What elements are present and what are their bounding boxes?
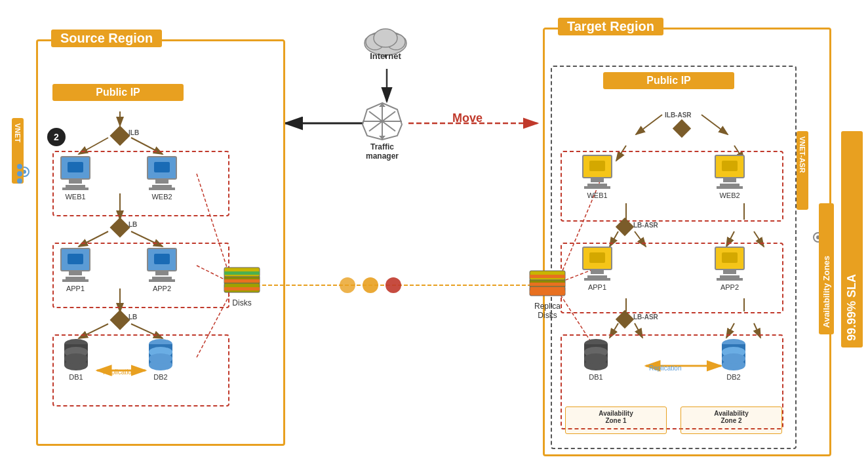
- target-db1: DB1: [582, 338, 610, 381]
- move-label: Move: [452, 111, 483, 125]
- web2-screen-source: [147, 156, 177, 180]
- source-db2: DB2: [147, 338, 174, 381]
- svg-point-104: [722, 353, 745, 364]
- source-db1: DB1: [62, 338, 90, 381]
- lb-asr1-label: LB-ASR: [633, 222, 658, 229]
- web2-screen-target: [715, 155, 745, 178]
- svg-rect-108: [530, 275, 565, 278]
- target-db2: DB2: [720, 338, 747, 381]
- avail-zone2-label: Availability Zone 2: [684, 410, 778, 424]
- svg-point-67: [149, 353, 172, 364]
- web2-label-target: WEB2: [719, 191, 740, 199]
- vnet-asr-label: VNET-ASR: [797, 131, 808, 210]
- db1-label-source: DB1: [69, 373, 83, 381]
- lb-asr2-label: LB-ASR: [633, 313, 658, 321]
- svg-rect-89: [722, 161, 738, 171]
- internet-cloud: Internet: [359, 18, 412, 61]
- source-app1-vm: APP1: [60, 248, 90, 292]
- app2-screen-source: [147, 248, 177, 271]
- db2-label-source: DB2: [153, 373, 167, 381]
- web1-screen-source: [60, 156, 90, 180]
- replica-disks-label: Replica Disks: [534, 302, 561, 320]
- app1-screen-source: [60, 248, 90, 271]
- db1-label-target: DB1: [589, 373, 602, 381]
- svg-point-77: [374, 29, 397, 47]
- svg-rect-110: [530, 290, 565, 294]
- target-region-label: Target Region: [558, 18, 663, 35]
- svg-point-48: [363, 277, 378, 293]
- diagram: Source Region VNET Public IP 2 ILB WEB1 …: [0, 0, 868, 476]
- app1-label-source: APP1: [66, 285, 85, 292]
- svg-point-99: [584, 353, 608, 364]
- target-public-ip: Public IP: [603, 72, 734, 89]
- svg-rect-73: [224, 287, 260, 290]
- svg-rect-56: [154, 254, 170, 264]
- target-app2-vm: APP2: [715, 247, 745, 291]
- target-app1-vm: APP1: [582, 247, 612, 291]
- svg-rect-92: [593, 263, 601, 265]
- source-app2-vm: APP2: [147, 248, 177, 292]
- svg-rect-109: [530, 283, 565, 286]
- svg-rect-71: [224, 271, 260, 275]
- target-web1-vm: WEB1: [582, 155, 612, 199]
- source-web1-vm: WEB1: [60, 156, 90, 201]
- svg-rect-50: [68, 162, 83, 172]
- number-badge: 2: [47, 128, 66, 146]
- ilb-asr-label: ILB-ASR: [665, 111, 692, 119]
- web1-label-target: WEB1: [587, 191, 607, 199]
- svg-rect-94: [726, 263, 734, 265]
- disks-label-source: Disks: [232, 298, 251, 307]
- source-region-label: Source Region: [51, 30, 162, 47]
- app1-label-target: APP1: [588, 283, 606, 291]
- replication-label-source: Replication: [103, 368, 135, 376]
- avail-zone1-label: Availability Zone 1: [569, 410, 663, 424]
- svg-rect-93: [722, 252, 738, 263]
- replication-label-target: Replication: [649, 365, 681, 372]
- svg-rect-51: [71, 172, 79, 174]
- app2-label-target: APP2: [720, 283, 739, 291]
- traffic-manager: Traffic manager: [359, 102, 405, 161]
- disks-source: Disks: [223, 256, 261, 307]
- internet-label: Internet: [370, 51, 401, 61]
- source-web2-vm: WEB2: [147, 156, 177, 201]
- svg-rect-55: [71, 264, 79, 266]
- sla-label: 99.99% SLA: [841, 131, 863, 347]
- svg-rect-88: [593, 171, 601, 173]
- target-web2-vm: WEB2: [715, 155, 745, 199]
- svg-rect-87: [589, 161, 605, 171]
- vnet-connector-source: [17, 164, 22, 184]
- web1-screen-target: [582, 155, 612, 178]
- svg-rect-53: [158, 172, 166, 174]
- app2-screen-target: [715, 247, 745, 270]
- lb2-label-source: LB: [128, 313, 137, 321]
- svg-rect-57: [158, 264, 166, 266]
- db2-label-target: DB2: [726, 373, 740, 381]
- svg-rect-54: [68, 254, 83, 264]
- app1-screen-target: [582, 247, 612, 270]
- lb1-label-source: LB: [128, 221, 137, 228]
- svg-rect-72: [224, 279, 260, 283]
- svg-rect-91: [589, 252, 605, 263]
- web2-label-source: WEB2: [151, 193, 172, 201]
- source-public-ip: Public IP: [52, 84, 184, 101]
- web1-label-source: WEB1: [65, 193, 85, 201]
- svg-point-62: [64, 353, 88, 364]
- availability-zones-label: Availability Zones: [819, 203, 834, 334]
- svg-point-49: [385, 277, 401, 293]
- svg-rect-52: [154, 162, 170, 172]
- app2-label-source: APP2: [153, 285, 171, 292]
- replica-disks: Replica Disks: [528, 259, 566, 320]
- svg-point-47: [340, 277, 355, 293]
- ilb-label-source: ILB: [128, 129, 139, 136]
- svg-rect-90: [726, 171, 734, 173]
- traffic-manager-label: Traffic manager: [366, 142, 399, 161]
